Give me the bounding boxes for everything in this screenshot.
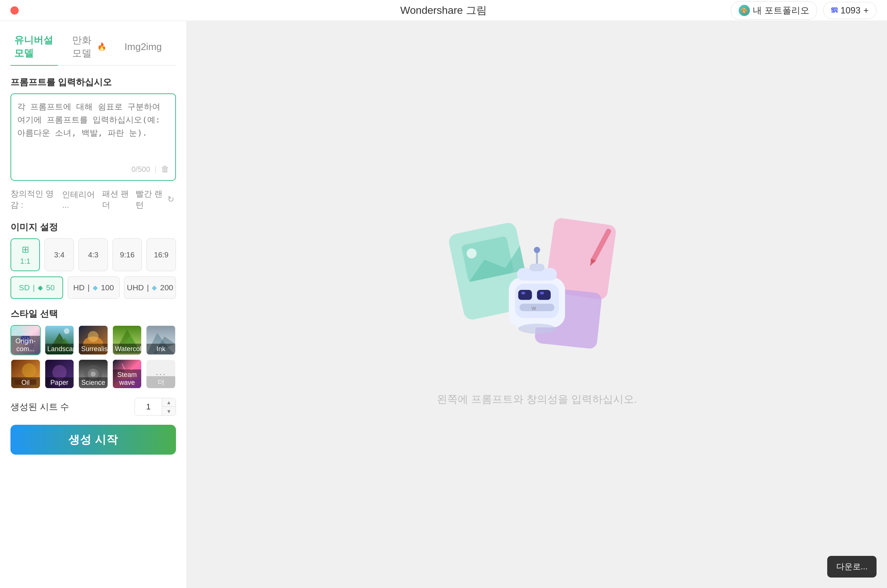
trash-icon[interactable]: 🗑 — [161, 164, 169, 174]
svg-point-14 — [22, 363, 36, 377]
style-paper-label: Paper — [45, 377, 74, 388]
titlebar-left — [11, 6, 19, 15]
style-paper[interactable]: Paper — [45, 359, 75, 389]
generate-count: 생성된 시트 수 1 ▲ ▼ — [11, 398, 176, 416]
quality-sd[interactable]: SD | ◆ 50 — [11, 276, 63, 299]
credits-value: 1093 — [840, 5, 860, 16]
style-oil[interactable]: Oil — [11, 359, 41, 389]
empty-state: w 왼쪽에 프롬프트와 창의성을 입력하십시오. — [420, 202, 653, 406]
prompt-input[interactable] — [17, 100, 169, 160]
empty-state-text: 왼쪽에 프롬프트와 창의성을 입력하십시오. — [437, 392, 637, 406]
style-more-label: 더 — [147, 376, 175, 388]
svg-text:w: w — [531, 304, 537, 312]
portfolio-icon: 🎨 — [739, 5, 750, 16]
count-input-wrapper: 1 ▲ ▼ — [135, 398, 176, 416]
svg-point-22 — [91, 371, 96, 376]
style-surrealistic[interactable]: Surrealistic — [78, 325, 108, 355]
inspiration-row: 창의적인 영감 : 인테리어 ... 패션 팬더 빨간 랜턴 ↻ — [11, 188, 176, 211]
style-more[interactable]: ··· 더 — [146, 359, 176, 389]
titlebar-right: 🎨 내 포트폴리오 𝕸 1093 + — [731, 1, 876, 20]
svg-point-6 — [88, 331, 99, 342]
left-panel: 유니버설 모델 만화 모델 🔥 Img2img 프롬프트를 입력하십시오 0/5… — [0, 21, 187, 588]
ratio-4-3[interactable]: 4:3 — [78, 238, 108, 271]
style-landscape-label: Landscape — [45, 344, 74, 354]
style-grid: 𝕸 Origin-com... — [11, 325, 176, 389]
style-science-label: Science — [79, 377, 108, 388]
tab-universal[interactable]: 유니버설 모델 — [11, 28, 58, 65]
inspiration-tag-2[interactable]: 패션 팬더 — [102, 188, 132, 211]
diamond-icon-uhd: ◆ — [152, 284, 157, 292]
inspiration-text: 창의적인 영감 : 인테리어 ... 패션 팬더 빨간 랜턴 — [11, 188, 165, 211]
style-section: 스타일 선택 𝕸 Origin-com... — [11, 308, 176, 389]
generate-button[interactable]: 생성 시작 — [11, 425, 176, 454]
quality-uhd[interactable]: UHD | ◆ 200 — [124, 276, 176, 299]
svg-rect-41 — [519, 304, 554, 311]
right-panel: w 왼쪽에 프롬프트와 창의성을 입력하십시오. 다운로... — [187, 21, 887, 588]
prompt-label: 프롬프트를 입력하십시오 — [11, 76, 176, 88]
count-label: 생성된 시트 수 — [11, 401, 69, 413]
credits-icon: 𝕸 — [831, 6, 838, 15]
style-steamwave-label: Steam wave — [113, 369, 142, 388]
svg-rect-39 — [521, 292, 525, 294]
robot-illustration: w — [420, 202, 653, 377]
ratio-3-4[interactable]: 3:4 — [45, 238, 74, 271]
svg-rect-40 — [540, 292, 543, 294]
inspiration-tag-3[interactable]: 빨간 랜턴 — [136, 188, 165, 211]
svg-point-47 — [534, 247, 540, 253]
count-arrows: ▲ ▼ — [162, 398, 176, 416]
svg-rect-36 — [515, 284, 558, 318]
style-origin-label: Origin-com... — [11, 336, 40, 354]
count-input[interactable]: 1 — [135, 402, 162, 412]
style-watercolor[interactable]: Watercolor — [112, 325, 143, 355]
style-landscape[interactable]: Landscape — [45, 325, 75, 355]
app-title: Wondershare 그림 — [400, 3, 486, 18]
style-origin[interactable]: 𝕸 Origin-com... — [11, 325, 41, 355]
count-down-arrow[interactable]: ▼ — [162, 407, 176, 416]
traffic-light-red[interactable] — [11, 6, 19, 15]
svg-rect-43 — [530, 264, 544, 271]
separator: | — [155, 165, 156, 174]
prompt-footer: 0/500 | 🗑 — [17, 164, 169, 174]
portfolio-label: 내 포트폴리오 — [753, 4, 809, 16]
image-settings-label: 이미지 설정 — [11, 221, 176, 233]
tab-img2img[interactable]: Img2img — [121, 28, 165, 65]
plus-icon: + — [863, 5, 869, 16]
style-ink[interactable]: Ink — [146, 325, 176, 355]
ratio-icon-1-1: ⊞ — [22, 244, 29, 255]
inspiration-tag-1[interactable]: 인테리어 ... — [62, 189, 98, 210]
style-label: 스타일 선택 — [11, 308, 176, 320]
portfolio-button[interactable]: 🎨 내 포트폴리오 — [731, 1, 817, 20]
quality-hd[interactable]: HD | ◆ 100 — [68, 276, 120, 299]
refresh-icon[interactable]: ↻ — [165, 194, 176, 206]
char-count: 0/500 — [132, 165, 150, 174]
fire-icon: 🔥 — [97, 42, 107, 51]
ratio-16-9[interactable]: 16:9 — [147, 238, 176, 271]
credits-button[interactable]: 𝕸 1093 + — [823, 2, 876, 19]
count-up-arrow[interactable]: ▲ — [162, 398, 176, 407]
style-oil-label: Oil — [11, 377, 40, 388]
svg-rect-38 — [537, 290, 551, 300]
diamond-icon-sd: ◆ — [38, 284, 43, 292]
style-science[interactable]: Science — [78, 359, 108, 389]
ratio-1-1[interactable]: ⊞ 1:1 — [11, 238, 40, 271]
titlebar: Wondershare 그림 🎨 내 포트폴리오 𝕸 1093 + — [0, 0, 887, 21]
style-surrealistic-label: Surrealistic — [79, 344, 108, 354]
prompt-textarea-wrapper: 0/500 | 🗑 — [11, 93, 176, 181]
style-ink-label: Ink — [147, 344, 175, 354]
main-container: 유니버설 모델 만화 모델 🔥 Img2img 프롬프트를 입력하십시오 0/5… — [0, 21, 887, 588]
svg-point-3 — [63, 328, 69, 334]
image-settings: 이미지 설정 ⊞ 1:1 3:4 4:3 9:16 16:9 — [11, 221, 176, 299]
tab-cartoon[interactable]: 만화 모델 🔥 — [68, 28, 111, 65]
quality-options: SD | ◆ 50 HD | ◆ 100 UHD | ◆ 200 — [11, 276, 176, 299]
aspect-ratios: ⊞ 1:1 3:4 4:3 9:16 16:9 — [11, 238, 176, 271]
style-watercolor-label: Watercolor — [113, 344, 142, 354]
tabs: 유니버설 모델 만화 모델 🔥 Img2img — [11, 28, 176, 66]
download-button[interactable]: 다운로... — [827, 556, 876, 578]
prompt-section: 프롬프트를 입력하십시오 0/500 | 🗑 — [11, 76, 176, 181]
svg-point-45 — [518, 324, 555, 334]
diamond-icon-hd: ◆ — [93, 284, 98, 292]
style-steamwave[interactable]: Steam wave — [112, 359, 143, 389]
ratio-9-16[interactable]: 9:16 — [113, 238, 142, 271]
svg-rect-37 — [518, 290, 532, 300]
